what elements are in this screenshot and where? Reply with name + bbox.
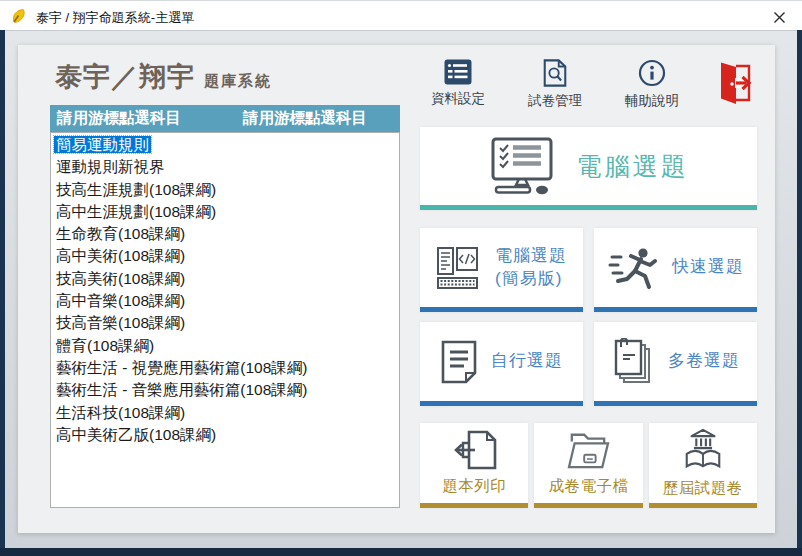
document-lines-icon xyxy=(440,340,478,384)
efile-button[interactable]: 成卷電子檔 xyxy=(534,423,642,508)
close-icon xyxy=(773,11,786,24)
folder-icon xyxy=(564,430,612,470)
computer-select-label: 電腦選題 xyxy=(577,150,689,183)
subject-item[interactable]: 運動規則新視界 xyxy=(54,156,399,178)
app-logo-icon xyxy=(10,7,28,25)
print-booklet-button[interactable]: 題本列印 xyxy=(420,423,528,508)
quick-select-button[interactable]: 快速選題 xyxy=(594,228,757,312)
exam-management-button[interactable]: 試卷管理 xyxy=(517,59,593,113)
self-select-label: 自行選題 xyxy=(491,350,563,373)
menu-row-2: 電腦選題(簡易版) 快速選題 xyxy=(420,228,757,312)
data-settings-icon xyxy=(444,59,472,85)
exam-management-label: 試卷管理 xyxy=(528,92,582,110)
subject-item[interactable]: 生活科技(108課綱) xyxy=(54,402,399,424)
archive-bank-icon xyxy=(681,428,725,472)
computer-keyboard-icon xyxy=(436,245,482,291)
app-window: 泰宇 / 翔宇命題系統-主選單 泰宇／翔宇題庫系統 請用游標點選科目 請用游標點… xyxy=(0,0,802,556)
menu-row-4: 題本列印 成卷電子檔 歷屆試題卷 xyxy=(420,423,757,508)
subject-item[interactable]: 體育(108課綱) xyxy=(54,335,399,357)
close-button[interactable] xyxy=(764,5,794,29)
exam-management-icon xyxy=(542,59,568,87)
brand-heading: 泰宇／翔宇題庫系統 xyxy=(55,59,272,95)
print-booklet-label: 題本列印 xyxy=(442,476,506,497)
data-settings-button[interactable]: 資料設定 xyxy=(420,59,496,113)
window-border-left xyxy=(0,30,5,556)
subject-item[interactable]: 高中生涯規劃(108課綱) xyxy=(54,201,399,223)
brand-tagline: 題庫系統 xyxy=(204,72,272,89)
subject-listbox[interactable]: 簡易運動規則 運動規則新視界 技高生涯規劃(108課綱) 高中生涯規劃(108課… xyxy=(50,132,400,508)
subject-list-header: 請用游標點選科目 請用游標點選科目 xyxy=(50,105,400,132)
exit-button[interactable] xyxy=(711,59,757,113)
subject-item[interactable]: 生命教育(108課綱) xyxy=(54,223,399,245)
computer-select-simple-label: 電腦選題(簡易版) xyxy=(495,245,567,291)
efile-label: 成卷電子檔 xyxy=(548,476,628,497)
help-info-icon xyxy=(638,59,666,87)
subject-item[interactable]: 技高生涯規劃(108課綱) xyxy=(54,179,399,201)
paper-stack-icon xyxy=(611,338,655,386)
title-bar: 泰宇 / 翔宇命題系統-主選單 xyxy=(0,0,802,30)
subject-item[interactable]: 高中美術(108課綱) xyxy=(54,245,399,267)
quick-select-label: 快速選題 xyxy=(672,256,744,279)
top-toolbar: 資料設定 試卷管理 輔助說明 xyxy=(420,59,757,113)
multi-paper-select-button[interactable]: 多卷選題 xyxy=(594,322,757,406)
brand-name: 泰宇／翔宇 xyxy=(55,62,195,92)
subject-item[interactable]: 技高美術(108課綱) xyxy=(54,268,399,290)
main-panel: 泰宇／翔宇題庫系統 請用游標點選科目 請用游標點選科目 簡易運動規則 運動規則新… xyxy=(18,45,775,533)
menu-row-3: 自行選題 多卷選題 xyxy=(420,322,757,406)
computer-select-button[interactable]: 電腦選題 xyxy=(420,127,757,210)
computer-select-simple-button[interactable]: 電腦選題(簡易版) xyxy=(420,228,583,312)
subject-item[interactable]: 技高音樂(108課綱) xyxy=(54,312,399,334)
subject-item[interactable]: 高中美術乙版(108課綱) xyxy=(54,424,399,446)
window-border-right xyxy=(797,30,802,556)
computer-checklist-icon xyxy=(489,137,555,195)
subject-item[interactable]: 藝術生活 - 音樂應用藝術篇(108課綱) xyxy=(54,379,399,401)
exit-door-icon xyxy=(714,61,754,105)
past-papers-label: 歷屆試題卷 xyxy=(663,478,743,499)
data-settings-label: 資料設定 xyxy=(431,90,485,108)
subject-item-selected[interactable]: 簡易運動規則 xyxy=(54,134,399,156)
multi-paper-select-label: 多卷選題 xyxy=(668,350,740,373)
help-label: 輔助說明 xyxy=(625,92,679,110)
past-papers-button[interactable]: 歷屆試題卷 xyxy=(649,423,757,508)
subject-list-header-left: 請用游標點選科目 xyxy=(57,108,181,129)
self-select-button[interactable]: 自行選題 xyxy=(420,322,583,406)
subject-list-header-right: 請用游標點選科目 xyxy=(243,108,367,129)
export-document-icon xyxy=(451,430,497,470)
subject-item[interactable]: 藝術生活 - 視覺應用藝術篇(108課綱) xyxy=(54,357,399,379)
help-button[interactable]: 輔助說明 xyxy=(614,59,690,113)
window-border-bottom xyxy=(0,548,802,556)
runner-icon xyxy=(607,245,659,291)
window-title: 泰宇 / 翔宇命題系統-主選單 xyxy=(36,9,194,27)
subject-item[interactable]: 高中音樂(108課綱) xyxy=(54,290,399,312)
